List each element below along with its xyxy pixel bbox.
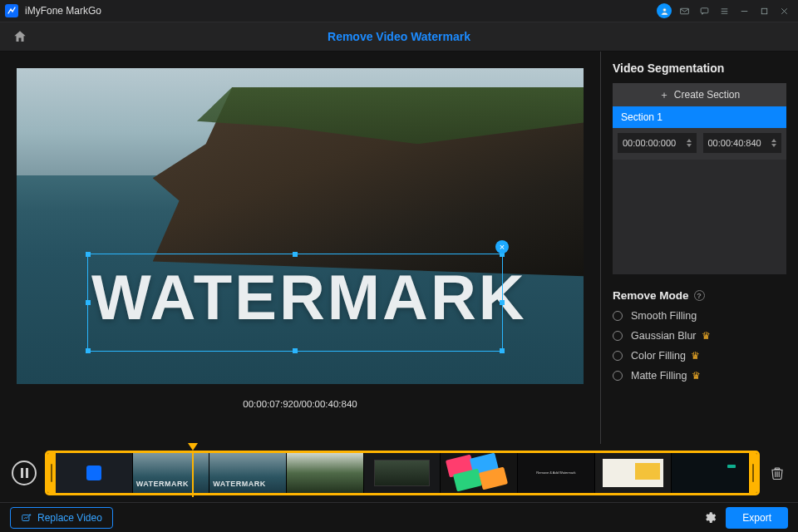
plus-icon: ＋ <box>659 88 669 102</box>
premium-crown-icon: ♛ <box>702 330 711 342</box>
thumb-watermark-text: WATERMARK <box>213 480 265 488</box>
preview-pane: WATERMARK × 00:00:07:920/00:00:40:840 <box>0 52 600 444</box>
timeline-thumb[interactable] <box>672 453 749 493</box>
mode-label: Gaussian Blur <box>631 330 697 342</box>
mode-color-filling[interactable]: Color Filling ♛ <box>613 350 786 362</box>
section-end-input[interactable]: 00:00:40:840 <box>703 133 782 153</box>
delete-clip-button[interactable] <box>768 466 786 480</box>
replace-video-button[interactable]: Replace Video <box>10 507 113 529</box>
mode-gaussian-blur[interactable]: Gaussian Blur ♛ <box>613 330 786 342</box>
mode-smooth-filling[interactable]: Smooth Filling <box>613 310 786 322</box>
resize-handle[interactable] <box>86 348 91 353</box>
premium-crown-icon: ♛ <box>692 370 701 382</box>
feedback-icon[interactable] <box>695 2 713 20</box>
export-label: Export <box>742 512 771 524</box>
timeline-thumb[interactable] <box>364 453 441 493</box>
side-panel: Video Segmentation ＋ Create Section Sect… <box>600 52 798 444</box>
minimize-icon[interactable] <box>735 2 753 20</box>
account-icon[interactable] <box>655 2 673 20</box>
radio-icon <box>613 331 623 341</box>
close-icon[interactable] <box>775 2 793 20</box>
stepper-icon[interactable] <box>687 139 692 147</box>
app-name: iMyFone MarkGo <box>25 5 101 17</box>
radio-icon <box>613 371 623 381</box>
mail-icon[interactable] <box>675 2 693 20</box>
export-button[interactable]: Export <box>726 507 788 529</box>
resize-handle[interactable] <box>86 300 91 305</box>
page-title: Remove Video Watermark <box>40 30 758 43</box>
mode-label: Matte Filling <box>631 370 687 382</box>
header: Remove Video Watermark <box>0 22 798 52</box>
svg-rect-2 <box>701 7 708 12</box>
timeline-thumb[interactable] <box>595 453 672 493</box>
resize-handle[interactable] <box>500 348 505 353</box>
menu-icon[interactable] <box>715 2 733 20</box>
svg-rect-3 <box>761 8 767 14</box>
thumb-watermark-text: WATERMARK <box>136 480 189 488</box>
video-preview[interactable]: WATERMARK × <box>17 68 584 384</box>
remove-mode-heading-label: Remove Mode <box>613 289 689 302</box>
help-icon[interactable]: ? <box>694 290 705 301</box>
radio-icon <box>613 351 623 361</box>
titlebar: iMyFone MarkGo <box>0 0 798 22</box>
footer: Replace Video Export <box>0 502 798 532</box>
maximize-icon[interactable] <box>755 2 773 20</box>
timeline-thumb[interactable] <box>287 453 364 493</box>
timeline-thumb[interactable] <box>56 453 133 493</box>
section-end-value: 00:00:40:840 <box>708 138 761 148</box>
create-section-button[interactable]: ＋ Create Section <box>613 83 786 106</box>
mode-label: Color Filling <box>631 350 686 362</box>
app-logo-icon <box>86 466 101 480</box>
section-start-input[interactable]: 00:00:00:000 <box>618 133 697 153</box>
pause-icon <box>21 468 28 478</box>
section-item-active[interactable]: Section 1 <box>613 106 786 128</box>
app-logo <box>5 4 18 17</box>
home-button[interactable] <box>0 29 40 44</box>
svg-point-0 <box>663 8 665 11</box>
time-readout: 00:00:07:920/00:00:40:840 <box>17 384 584 409</box>
radio-icon <box>613 311 623 321</box>
resize-handle[interactable] <box>293 252 298 257</box>
mode-matte-filling[interactable]: Matte Filling ♛ <box>613 370 786 382</box>
section-start-value: 00:00:00:000 <box>623 138 676 148</box>
gear-icon <box>703 510 717 525</box>
timeline-thumb[interactable]: WATERMARK <box>209 453 287 493</box>
timeline: WATERMARK WATERMARK Remove & Add Waterma… <box>0 444 798 502</box>
timeline-track[interactable]: WATERMARK WATERMARK Remove & Add Waterma… <box>45 451 760 495</box>
resize-handle[interactable] <box>86 252 91 257</box>
clip-trim-left[interactable] <box>47 453 56 493</box>
mode-label: Smooth Filling <box>631 310 697 322</box>
stepper-icon[interactable] <box>771 139 776 147</box>
create-section-label: Create Section <box>674 89 740 101</box>
clip-trim-right[interactable] <box>749 453 757 493</box>
resize-handle[interactable] <box>500 300 505 305</box>
settings-button[interactable] <box>701 509 719 527</box>
resize-handle[interactable] <box>293 348 298 353</box>
segmentation-heading: Video Segmentation <box>613 62 786 75</box>
svg-rect-1 <box>680 8 688 14</box>
selection-remove-button[interactable]: × <box>495 240 509 254</box>
replace-icon <box>21 512 32 524</box>
pause-button[interactable] <box>12 461 37 485</box>
timeline-thumb[interactable]: Remove & Add Watermark <box>518 453 595 493</box>
watermark-selection-box[interactable]: × <box>87 254 503 352</box>
timeline-thumb[interactable] <box>441 453 518 493</box>
replace-video-label: Replace Video <box>37 512 102 524</box>
section-list-empty <box>613 160 786 274</box>
remove-mode-heading: Remove Mode ? <box>613 289 786 302</box>
premium-crown-icon: ♛ <box>691 350 700 362</box>
timeline-thumb[interactable]: WATERMARK <box>133 453 210 493</box>
